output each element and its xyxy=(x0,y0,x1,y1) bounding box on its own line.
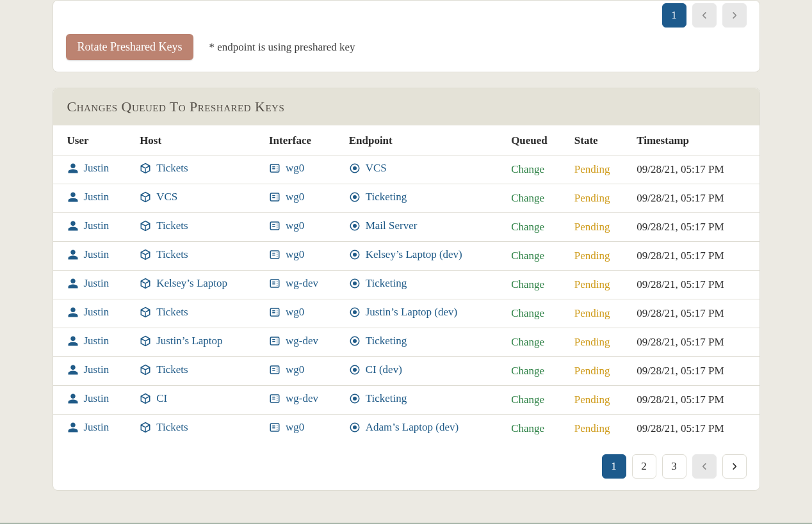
top-pagination: 1 xyxy=(66,1,747,34)
interface-name: wg0 xyxy=(286,421,304,434)
state-value: Pending xyxy=(574,336,610,348)
interface-link[interactable]: wg0 xyxy=(269,191,304,203)
col-state: State xyxy=(568,125,630,155)
host-link[interactable]: Justin’s Laptop xyxy=(140,335,222,347)
timestamp-value: 09/28/21, 05:17 PM xyxy=(637,393,724,406)
col-queued: Queued xyxy=(505,125,568,155)
user-link[interactable]: Justin xyxy=(67,162,110,175)
host-link[interactable]: Tickets xyxy=(140,162,188,175)
radio-icon xyxy=(349,306,361,318)
interface-link[interactable]: wg0 xyxy=(269,162,304,175)
endpoint-name: VCS xyxy=(366,162,387,175)
person-icon xyxy=(67,422,79,433)
host-name: Tickets xyxy=(156,162,188,175)
card-icon xyxy=(269,191,280,203)
interface-link[interactable]: wg0 xyxy=(269,219,304,232)
state-value: Pending xyxy=(574,307,610,319)
host-link[interactable]: CI xyxy=(140,392,167,405)
interface-link[interactable]: wg0 xyxy=(269,421,304,434)
user-link[interactable]: Justin xyxy=(67,306,110,319)
user-link[interactable]: Justin xyxy=(67,248,110,261)
bottom-next-button[interactable] xyxy=(722,454,747,479)
radio-icon xyxy=(349,422,361,433)
card-icon xyxy=(269,163,280,174)
interface-name: wg0 xyxy=(286,191,304,203)
interface-name: wg0 xyxy=(286,306,304,319)
state-value: Pending xyxy=(574,278,610,290)
queued-value: Change xyxy=(511,422,544,434)
table-row: JustinTicketswg0Justin’s Laptop (dev)Cha… xyxy=(53,299,759,328)
endpoint-link[interactable]: VCS xyxy=(349,162,387,175)
user-name: Justin xyxy=(84,248,110,261)
radio-icon xyxy=(349,220,361,232)
endpoint-link[interactable]: Ticketing xyxy=(349,191,407,203)
user-link[interactable]: Justin xyxy=(67,277,110,290)
top-page-1[interactable]: 1 xyxy=(662,3,686,28)
endpoint-link[interactable]: CI (dev) xyxy=(349,363,402,376)
host-link[interactable]: Tickets xyxy=(140,219,188,232)
cube-icon xyxy=(140,278,151,289)
host-name: Tickets xyxy=(156,248,188,261)
user-name: Justin xyxy=(84,219,110,232)
host-link[interactable]: Tickets xyxy=(140,421,188,434)
user-link[interactable]: Justin xyxy=(67,191,110,203)
card-icon xyxy=(269,422,280,433)
card-icon xyxy=(269,249,280,260)
interface-link[interactable]: wg-dev xyxy=(269,277,318,290)
host-name: Justin’s Laptop xyxy=(156,335,222,347)
interface-name: wg-dev xyxy=(286,277,318,290)
radio-icon xyxy=(349,335,361,347)
chevron-left-icon xyxy=(700,11,709,20)
interface-name: wg0 xyxy=(286,219,304,232)
interface-link[interactable]: wg-dev xyxy=(269,392,318,405)
timestamp-value: 09/28/21, 05:17 PM xyxy=(637,307,724,319)
user-name: Justin xyxy=(84,277,110,290)
queued-value: Change xyxy=(511,365,544,377)
timestamp-value: 09/28/21, 05:17 PM xyxy=(637,278,724,290)
interface-name: wg-dev xyxy=(286,335,318,347)
bottom-page-3[interactable]: 3 xyxy=(662,454,686,479)
interface-link[interactable]: wg0 xyxy=(269,306,304,319)
user-link[interactable]: Justin xyxy=(67,219,110,232)
host-link[interactable]: VCS xyxy=(140,191,177,203)
endpoint-link[interactable]: Kelsey’s Laptop (dev) xyxy=(349,248,462,261)
endpoint-link[interactable]: Adam’s Laptop (dev) xyxy=(349,421,459,434)
endpoint-link[interactable]: Justin’s Laptop (dev) xyxy=(349,306,458,319)
host-link[interactable]: Tickets xyxy=(140,306,188,319)
changes-table: User Host Interface Endpoint Queued Stat… xyxy=(53,125,759,443)
top-next-button xyxy=(722,3,747,28)
chevron-right-icon xyxy=(730,11,739,20)
user-link[interactable]: Justin xyxy=(67,392,110,405)
interface-link[interactable]: wg0 xyxy=(269,363,304,376)
table-row: JustinTicketswg0VCSChangePending09/28/21… xyxy=(53,155,759,184)
table-row: JustinTicketswg0Adam’s Laptop (dev)Chang… xyxy=(53,415,759,443)
endpoint-link[interactable]: Ticketing xyxy=(349,392,407,405)
table-row: JustinKelsey’s Laptopwg-devTicketingChan… xyxy=(53,271,759,299)
user-link[interactable]: Justin xyxy=(67,421,110,434)
bottom-page-2[interactable]: 2 xyxy=(632,454,656,479)
radio-icon xyxy=(349,364,361,376)
endpoint-link[interactable]: Mail Server xyxy=(349,219,418,232)
user-name: Justin xyxy=(84,191,110,203)
bottom-page-1[interactable]: 1 xyxy=(602,454,626,479)
cube-icon xyxy=(140,335,151,347)
endpoint-link[interactable]: Ticketing xyxy=(349,335,407,347)
user-link[interactable]: Justin xyxy=(67,363,110,376)
endpoint-link[interactable]: Ticketing xyxy=(349,277,407,290)
interface-link[interactable]: wg0 xyxy=(269,248,304,261)
host-name: Tickets xyxy=(156,219,188,232)
host-link[interactable]: Tickets xyxy=(140,363,188,376)
interface-name: wg0 xyxy=(286,162,304,175)
host-link[interactable]: Tickets xyxy=(140,248,188,261)
user-link[interactable]: Justin xyxy=(67,335,110,347)
cube-icon xyxy=(140,191,151,203)
chevron-right-icon xyxy=(730,462,739,471)
chevron-left-icon xyxy=(700,462,709,471)
queued-value: Change xyxy=(511,163,544,175)
host-link[interactable]: Kelsey’s Laptop xyxy=(140,277,227,290)
interface-link[interactable]: wg-dev xyxy=(269,335,318,347)
table-row: JustinTicketswg0Mail ServerChangePending… xyxy=(53,213,759,242)
rotate-preshared-keys-button[interactable]: Rotate Preshared Keys xyxy=(66,34,194,60)
card-icon xyxy=(269,220,280,232)
cube-icon xyxy=(140,249,151,260)
